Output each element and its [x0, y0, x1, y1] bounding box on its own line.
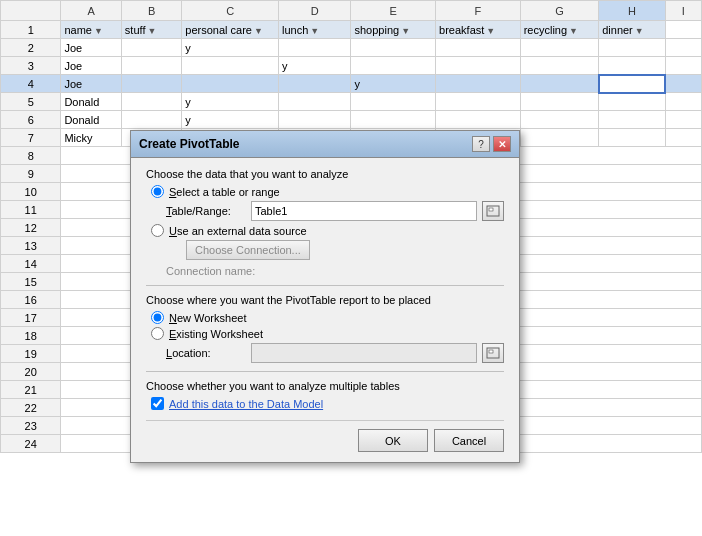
create-pivottable-dialog: Create PivotTable ? ✕ Choose the data th… [130, 130, 520, 463]
divider1 [146, 285, 504, 286]
radio3-row: New Worksheet [151, 311, 504, 324]
radio-select-table[interactable] [151, 185, 164, 198]
section3-label: Choose whether you want to analyze multi… [146, 380, 504, 392]
dialog-help-button[interactable]: ? [472, 136, 490, 152]
add-to-data-model-checkbox[interactable] [151, 397, 164, 410]
location-input[interactable] [251, 343, 477, 363]
svg-rect-3 [489, 350, 493, 353]
table-range-label: Table/Range: [166, 205, 246, 217]
ok-button[interactable]: OK [358, 429, 428, 452]
radio2-row: Use an external data source [151, 224, 504, 237]
radio1-label: Select a table or range [169, 186, 280, 198]
section2-label: Choose where you want the PivotTable rep… [146, 294, 504, 306]
dialog-footer: OK Cancel [146, 420, 504, 452]
section1-label: Choose the data that you want to analyze [146, 168, 504, 180]
choose-connection-wrapper: Choose Connection... [166, 240, 504, 263]
spreadsheet-container: A B C D E F G H I 1 name▼ stuff▼ persona… [0, 0, 702, 536]
location-row: Location: [166, 343, 504, 363]
table-range-button[interactable] [482, 201, 504, 221]
divider2 [146, 371, 504, 372]
checkbox-row: Add this data to the Data Model [151, 397, 504, 410]
radio-existing-worksheet[interactable] [151, 327, 164, 340]
table-range-row: Table/Range: [166, 201, 504, 221]
radio4-label: Existing Worksheet [169, 328, 263, 340]
table-range-input[interactable] [251, 201, 477, 221]
checkbox-label[interactable]: Add this data to the Data Model [169, 398, 323, 410]
connection-name-label: Connection name: [166, 265, 504, 277]
cancel-button[interactable]: Cancel [434, 429, 504, 452]
dialog-controls: ? ✕ [472, 136, 511, 152]
dialog-body: Choose the data that you want to analyze… [131, 158, 519, 462]
radio2-label: Use an external data source [169, 225, 307, 237]
dialog-overlay: Create PivotTable ? ✕ Choose the data th… [0, 0, 702, 536]
radio4-row: Existing Worksheet [151, 327, 504, 340]
choose-connection-button[interactable]: Choose Connection... [186, 240, 310, 260]
location-range-button[interactable] [482, 343, 504, 363]
radio1-row: Select a table or range [151, 185, 504, 198]
dialog-titlebar: Create PivotTable ? ✕ [131, 131, 519, 158]
dialog-close-button[interactable]: ✕ [493, 136, 511, 152]
radio-external-source[interactable] [151, 224, 164, 237]
radio-new-worksheet[interactable] [151, 311, 164, 324]
radio3-label: New Worksheet [169, 312, 246, 324]
svg-rect-1 [489, 208, 493, 211]
dialog-title: Create PivotTable [139, 137, 239, 151]
location-label: Location: [166, 347, 246, 359]
